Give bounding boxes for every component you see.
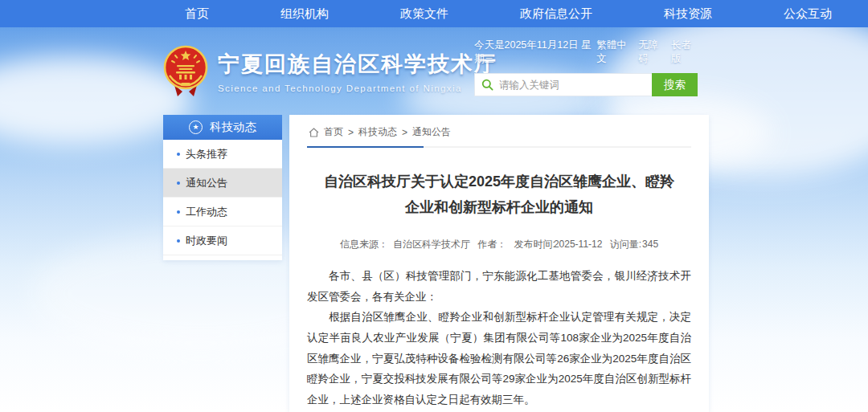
search-box [474,73,652,96]
meta-visits-value: 345 [642,239,658,250]
meta-visits-label: 访问量: [610,239,641,250]
breadcrumb-separator: > [348,127,354,138]
nav-item-gov-info-disclosure[interactable]: 政府信息公开 [520,6,592,22]
meta-source-value: 自治区科学技术厅 [393,239,470,250]
breadcrumb-divider-accent [307,146,424,148]
site-subtitle-en: Science and Technology Department of Nin… [218,84,497,93]
sidebar-item-work-dynamics[interactable]: 工作动态 [163,198,282,226]
link-traditional-chinese[interactable]: 繁體中文 [596,39,632,66]
link-accessibility[interactable]: 无障碍 [638,39,665,66]
sidebar-item-label: 头条推荐 [186,147,227,161]
article-meta: 信息来源：自治区科学技术厅 作者： 发布时间:2025-11-12 访问量:34… [307,238,691,251]
content-panel: 首页 > 科技动态 > 通知公告 自治区科技厅关于认定2025年度自治区雏鹰企业… [289,115,709,412]
nav-item-tech-resources[interactable]: 科技资源 [664,6,712,22]
meta-source-label: 信息来源： [340,239,388,250]
header-meta-row: 今天是2025年11月12日 星期三 繁體中文 无障碍 长者版 [474,39,698,66]
sidebar-header-tech-news[interactable]: ★ 科技动态 [163,115,282,140]
top-nav: 首页 组织机构 政策文件 政府信息公开 科技资源 公众互动 [0,0,868,27]
sidebar-item-current-politics[interactable]: 时政要闻 [163,226,282,255]
header-utilities: 今天是2025年11月12日 星期三 繁體中文 无障碍 长者版 搜索 [474,39,698,96]
bullet-dot-icon [177,182,180,185]
sidebar-item-headline-recommend[interactable]: 头条推荐 [163,140,282,169]
meta-publish-date: 2025-11-12 [554,239,603,250]
meta-publish-label: 发布时间: [514,239,555,250]
site-title: 宁夏回族自治区科学技术厅 [218,50,497,79]
sidebar: ★ 科技动态 头条推荐 通知公告 工作动态 时政要闻 [163,115,282,412]
bullet-dot-icon [177,153,180,156]
search-bar: 搜索 [474,73,698,96]
breadcrumb-home[interactable]: 首页 [324,125,343,139]
sidebar-item-label: 通知公告 [186,176,227,190]
nav-item-organization[interactable]: 组织机构 [280,6,329,22]
sidebar-menu: 头条推荐 通知公告 工作动态 时政要闻 [163,140,282,260]
breadcrumb-divider [307,146,691,148]
national-emblem-logo [163,45,208,101]
article-title: 自治区科技厅关于认定2025年度自治区雏鹰企业、瞪羚企业和创新型标杆企业的通知 [321,169,677,220]
site-brand[interactable]: 宁夏回族自治区科学技术厅 Science and Technology Depa… [163,45,497,101]
main-area: ★ 科技动态 头条推荐 通知公告 工作动态 时政要闻 [163,115,709,412]
sidebar-item-label: 工作动态 [186,205,227,219]
nav-item-public-interaction[interactable]: 公众互动 [784,6,832,22]
article-paragraph: 根据自治区雏鹰企业、瞪羚企业和创新型标杆企业认定管理有关规定，决定认定半亩良人农… [307,307,691,410]
meta-author-label: 作者： [477,239,506,250]
breadcrumb-tech-news[interactable]: 科技动态 [358,125,397,139]
search-icon [481,79,493,91]
search-input[interactable] [499,80,645,91]
sidebar-item-notices[interactable]: 通知公告 [163,169,282,198]
link-elderly-version[interactable]: 长者版 [671,39,698,66]
nav-item-policy-documents[interactable]: 政策文件 [400,6,448,22]
star-circle-icon: ★ [189,120,203,134]
today-date-text: 今天是2025年11月12日 星期三 [474,39,596,66]
breadcrumb-separator: > [402,127,407,138]
search-button[interactable]: 搜索 [652,73,698,96]
bullet-dot-icon [177,239,180,243]
article-paragraph: 各市、县（区）科技管理部门，宁东能源化工基地管委会，银川经济技术开发区管委会，各… [307,266,691,307]
bullet-dot-icon [177,210,180,214]
sidebar-item-label: 时政要闻 [186,234,227,248]
site-title-block: 宁夏回族自治区科学技术厅 Science and Technology Depa… [218,45,497,93]
article-body: 各市、县（区）科技管理部门，宁东能源化工基地管委会，银川经济技术开发区管委会，各… [307,266,691,410]
nav-item-home[interactable]: 首页 [185,6,209,22]
header-links: 繁體中文 无障碍 长者版 [596,39,698,66]
breadcrumb-notices[interactable]: 通知公告 [412,125,451,139]
sidebar-title: 科技动态 [210,120,256,135]
breadcrumb: 首页 > 科技动态 > 通知公告 [307,122,691,146]
home-icon [309,128,319,137]
top-nav-items: 首页 组织机构 政策文件 政府信息公开 科技资源 公众互动 [0,0,868,27]
site-header: 宁夏回族自治区科学技术厅 Science and Technology Depa… [0,27,868,117]
page: 首页 组织机构 政策文件 政府信息公开 科技资源 公众互动 [0,0,868,412]
